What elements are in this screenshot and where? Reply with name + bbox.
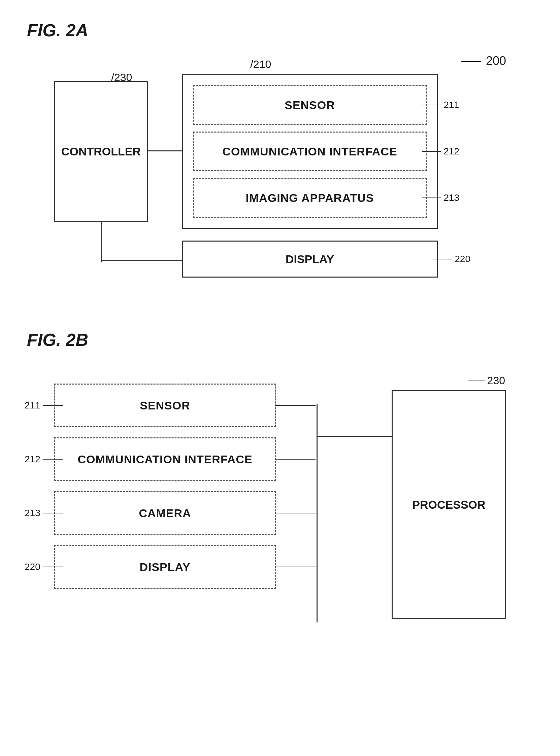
fig2b-diagram: 211 SENSOR 212 COMMUNICATION INTERFACE: [27, 370, 533, 659]
connector-horiz-display-2a: [101, 260, 182, 261]
device-group-210: /210 SENSOR 211 COMMUNICATION INTERFACE: [182, 74, 438, 229]
camera-label-2b: CAMERA: [139, 507, 191, 520]
ref-211-2a: 211: [422, 100, 459, 110]
device-group-inner: SENSOR 211 COMMUNICATION INTERFACE 212: [193, 85, 427, 218]
display-label-2b: DISPLAY: [139, 561, 190, 574]
ref-200: 200: [461, 54, 506, 68]
ref-210: /210: [250, 58, 271, 71]
connector-controller-to-device: [148, 150, 182, 151]
display-label-2a: DISPLAY: [285, 253, 334, 266]
fig2a-diagram: 200 /230 CONTROLLER /210 SENSOR: [27, 54, 533, 289]
ref-220-2a: 220: [433, 254, 471, 265]
processor-box-2b: 230 PROCESSOR: [392, 390, 506, 619]
camera-box-2b: 213 CAMERA: [54, 491, 276, 535]
ref-200-text: 200: [486, 54, 506, 68]
ref-230-2b: 230: [468, 375, 505, 387]
conn-to-proc-1: [317, 436, 392, 437]
page: FIG. 2A 200 /230 CONTROLLER /210: [0, 0, 560, 756]
comm-interface-label-2a: COMMUNICATION INTERFACE: [222, 145, 397, 158]
ref-220-2b: 220: [25, 562, 63, 572]
ref-212-2b: 212: [25, 454, 63, 465]
display-box-2b: 220 DISPLAY: [54, 545, 276, 589]
sensor-label-2a: SENSOR: [284, 99, 335, 112]
sensor-box-2b: 211 SENSOR: [54, 383, 276, 427]
imaging-apparatus-box-2a: IMAGING APPARATUS 213: [193, 178, 427, 218]
ref-211-2b: 211: [25, 400, 63, 411]
controller-label: CONTROLLER: [61, 145, 141, 158]
imaging-apparatus-label-2a: IMAGING APPARATUS: [246, 191, 374, 205]
sensor-box-2a: SENSOR 211: [193, 85, 427, 125]
conn-camera-processor: [275, 513, 316, 513]
ref-213-2b: 213: [25, 508, 63, 519]
connector-vert-ctrl: [101, 222, 102, 262]
comm-interface-box-2a: COMMUNICATION INTERFACE 212: [193, 131, 427, 171]
fig2b-section: FIG. 2B 211 SENSOR 212 COMMUNICAT: [27, 330, 533, 659]
controller-box: CONTROLLER: [54, 81, 148, 222]
left-components-2b: 211 SENSOR 212 COMMUNICATION INTERFACE: [54, 383, 276, 589]
comm-interface-box-2b: 212 COMMUNICATION INTERFACE: [54, 437, 276, 481]
fig2a-section: FIG. 2A 200 /230 CONTROLLER /210: [27, 20, 533, 289]
comm-interface-label-2b: COMMUNICATION INTERFACE: [77, 453, 252, 466]
fig2a-label: FIG. 2A: [27, 20, 533, 40]
ref-213-2a: 213: [422, 192, 459, 203]
fig2b-label: FIG. 2B: [27, 330, 533, 350]
conn-comm-processor: [275, 459, 316, 460]
conn-sensor-processor: [275, 405, 316, 406]
sensor-label-2b: SENSOR: [140, 399, 190, 412]
conn-display-processor: [275, 567, 316, 567]
ref-212-2a: 212: [422, 146, 459, 157]
processor-label: PROCESSOR: [412, 498, 485, 511]
display-box-2a: DISPLAY 220: [182, 240, 438, 277]
